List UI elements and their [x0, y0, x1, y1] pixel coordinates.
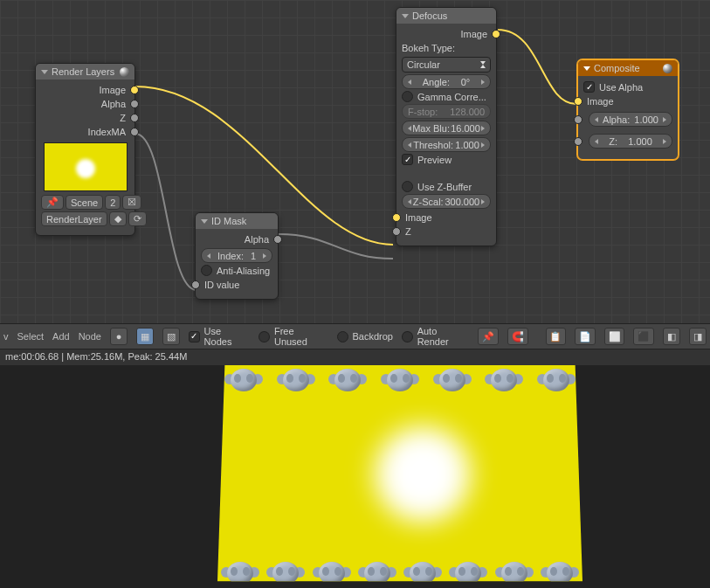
- collapse-icon[interactable]: [402, 14, 409, 18]
- output-label: Z: [120, 113, 126, 123]
- tool-button[interactable]: ⬜: [604, 328, 625, 345]
- zbuffer-checkbox[interactable]: Use Z-Buffer: [402, 181, 491, 192]
- node-editor-toolbar: v Select Add Node ● ▦ ▧ Use Nodes Free U…: [0, 323, 710, 349]
- copy-button[interactable]: 📋: [546, 328, 567, 345]
- socket-alpha-out[interactable]: [273, 235, 282, 244]
- collapse-icon[interactable]: [41, 70, 48, 74]
- use-alpha-checkbox[interactable]: Use Alpha: [583, 81, 672, 93]
- socket-image-in[interactable]: [574, 97, 582, 106]
- input-label: ID value: [204, 280, 239, 290]
- node-id-mask[interactable]: ID Mask Alpha Index:1 Anti-Aliasing ID v…: [195, 212, 279, 300]
- node-title: Render Layers: [52, 66, 114, 77]
- preview-sphere-icon[interactable]: [120, 67, 129, 77]
- bokeh-type-label: Bokeh Type:: [402, 41, 491, 55]
- free-unused-checkbox[interactable]: Free Unused: [258, 326, 327, 347]
- node-defocus[interactable]: Defocus Image Bokeh Type: Circular Angle…: [396, 7, 497, 246]
- output-label: Image: [99, 85, 126, 95]
- anti-aliasing-checkbox[interactable]: Anti-Aliasing: [201, 265, 272, 276]
- compositing-mode-button[interactable]: ▦: [136, 328, 154, 345]
- maxblur-field[interactable]: Max Blu:16.000: [402, 121, 491, 135]
- output-label: IndexMA: [88, 127, 126, 137]
- collapse-icon[interactable]: [583, 66, 590, 71]
- preview-checkbox[interactable]: Preview: [402, 154, 491, 165]
- socket-z-out[interactable]: [130, 114, 139, 122]
- input-label: Image: [587, 96, 614, 107]
- input-label: Image: [405, 212, 432, 223]
- node-composite[interactable]: Composite Use Alpha Image Alpha:1.000 Z:…: [577, 59, 679, 160]
- threshold-field[interactable]: Threshol:1.000: [402, 137, 491, 152]
- socket-image-out[interactable]: [130, 86, 139, 94]
- tool-button[interactable]: ◨: [689, 328, 707, 345]
- render-preview-thumb: [44, 142, 128, 191]
- menu-node[interactable]: Node: [79, 331, 101, 342]
- menu-view[interactable]: v: [3, 331, 9, 342]
- tool-button[interactable]: ◧: [663, 328, 680, 345]
- socket-z-in[interactable]: [392, 227, 401, 236]
- pin-button[interactable]: 📌: [478, 328, 499, 345]
- backdrop-checkbox[interactable]: Backdrop: [337, 331, 393, 342]
- socket-image-out[interactable]: [492, 30, 500, 38]
- angle-field[interactable]: Angle:0°: [402, 74, 491, 89]
- node-header[interactable]: Composite: [578, 60, 678, 76]
- render-result: [217, 365, 582, 588]
- socket-image-in[interactable]: [392, 213, 401, 222]
- preview-sphere-icon[interactable]: [663, 64, 672, 73]
- socket-z-in[interactable]: [574, 137, 582, 146]
- auto-render-checkbox[interactable]: Auto Render: [402, 326, 469, 347]
- refresh-button[interactable]: ⟳: [128, 211, 147, 226]
- status-text: me:00:06.68 | Mem:25.16M, Peak: 25.44M: [5, 351, 187, 362]
- renderlayer-select[interactable]: RenderLayer: [41, 211, 107, 226]
- node-header[interactable]: ID Mask: [196, 213, 278, 229]
- output-label: Alpha: [245, 234, 269, 245]
- node-title: Composite: [594, 63, 640, 73]
- pin-button[interactable]: 📌: [41, 195, 64, 210]
- texture-mode-button[interactable]: ▧: [162, 328, 180, 345]
- output-label: Alpha: [101, 99, 126, 109]
- node-title: Defocus: [412, 10, 447, 21]
- material-mode-button[interactable]: ●: [110, 328, 128, 345]
- use-nodes-checkbox[interactable]: Use Nodes: [189, 326, 250, 347]
- bokeh-type-select[interactable]: Circular: [402, 57, 491, 73]
- node-header[interactable]: Render Layers: [36, 64, 134, 80]
- node-header[interactable]: Defocus: [396, 8, 496, 24]
- alpha-field[interactable]: Alpha:1.000: [589, 112, 672, 127]
- scene-select[interactable]: Scene: [65, 195, 103, 210]
- scene-users[interactable]: 2: [105, 195, 121, 210]
- fstop-field: F-stop:128.000: [402, 104, 491, 119]
- menu-select[interactable]: Select: [17, 331, 45, 342]
- tool-button[interactable]: ⬛: [633, 328, 654, 345]
- node-title: ID Mask: [211, 216, 246, 226]
- paste-button[interactable]: 📄: [575, 328, 596, 345]
- menu-add[interactable]: Add: [52, 331, 70, 342]
- socket-idvalue-in[interactable]: [191, 280, 200, 289]
- dropdown-button[interactable]: ◆: [109, 211, 127, 226]
- z-field[interactable]: Z:1.000: [589, 134, 672, 149]
- index-field[interactable]: Index:1: [201, 248, 272, 263]
- image-viewer[interactable]: [0, 365, 710, 588]
- zscale-field[interactable]: Z-Scal:300.000: [402, 194, 491, 209]
- node-render-layers[interactable]: Render Layers Image Alpha Z IndexMA 📌 Sc…: [35, 63, 135, 236]
- socket-alpha-out[interactable]: [130, 100, 139, 108]
- remove-button[interactable]: ☒: [122, 195, 141, 210]
- socket-alpha-in[interactable]: [574, 115, 582, 124]
- socket-indexma-out[interactable]: [130, 128, 139, 136]
- status-bar: me:00:06.68 | Mem:25.16M, Peak: 25.44M: [0, 349, 710, 365]
- input-label: Z: [405, 226, 411, 237]
- gamma-checkbox[interactable]: Gamma Corre...: [402, 91, 491, 102]
- collapse-icon[interactable]: [201, 219, 208, 224]
- output-label: Image: [460, 29, 487, 39]
- snap-button[interactable]: 🧲: [507, 328, 528, 345]
